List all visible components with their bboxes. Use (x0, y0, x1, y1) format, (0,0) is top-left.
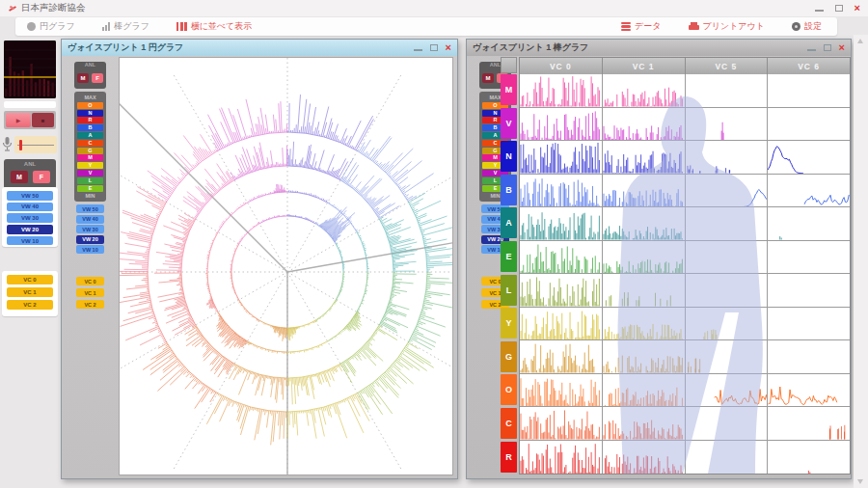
cell-C-vc-5 (686, 407, 769, 441)
cell-Y-vc-5 (686, 308, 769, 341)
vw-button-vw-50[interactable]: VW 50 (76, 204, 104, 213)
vc-button-vc-2[interactable]: VC 2 (76, 300, 104, 309)
chart-row-E (520, 241, 850, 275)
cell-V-vc-5 (686, 108, 769, 142)
vw-button-vw-50[interactable]: VW 50 (7, 191, 53, 201)
bar-chart-grid: VC 0VC 1VC 5VC 6 (519, 57, 851, 474)
vc-button-vc-2[interactable]: VC 2 (7, 300, 53, 310)
gender-panel: ANLMF (4, 159, 56, 189)
scale-min-label: MIN (74, 192, 106, 200)
scale-entry-N: N (77, 110, 103, 117)
vw-button-vw-30[interactable]: VW 30 (76, 225, 104, 233)
settings-button[interactable]: 設定 (792, 20, 822, 33)
row-label-L: L (501, 275, 517, 306)
play-button[interactable]: ▶ (6, 113, 31, 127)
vc-stack: VC 0VC 1VC 2 (74, 277, 106, 309)
scroll-down-icon[interactable] (857, 479, 863, 484)
cell-O-vc-1 (603, 374, 686, 408)
data-button[interactable]: データ (621, 20, 661, 33)
recording-monitor (4, 41, 56, 98)
vw-button-vw-30[interactable]: VW 30 (7, 213, 53, 223)
cell-O-vc-5 (686, 374, 769, 408)
cell-A-vc-0 (520, 207, 603, 241)
cell-Y-vc-0 (520, 308, 603, 341)
vc-stack: VC 0VC 1VC 2 (2, 271, 58, 310)
scale-entry-L: L (77, 177, 103, 184)
vw-button-vw-10[interactable]: VW 10 (76, 245, 104, 254)
row-label-B: B (501, 175, 517, 205)
database-icon (621, 22, 631, 31)
vc-button-vc-1[interactable]: VC 1 (7, 287, 53, 297)
pie-graph-label: 円グラフ (40, 20, 75, 33)
vw-button-vw-10[interactable]: VW 10 (7, 236, 53, 246)
scale-max-label: MAX (74, 94, 106, 101)
scale-entry-E: E (77, 185, 103, 192)
vw-card: VW 50VW 40VW 30VW 20VW 10 (2, 187, 58, 247)
row-label-C: C (501, 408, 517, 439)
scale-panel: MAXONRBACGMYVLEMIN (74, 92, 106, 202)
toolbar: 円グラフ 棒グラフ 横に並べて表示 データ プリントアウト 設定 (15, 17, 837, 36)
chart-row-V (520, 108, 850, 142)
printout-button[interactable]: プリントアウト (689, 20, 765, 33)
maximize-icon[interactable] (835, 5, 843, 12)
chart-row-N (520, 141, 850, 175)
bar-graph-button[interactable]: 棒グラフ (102, 20, 149, 33)
cell-Y-vc-6 (768, 308, 850, 341)
chart-row-O (520, 374, 850, 408)
scrollbar[interactable] (854, 35, 868, 488)
male-button[interactable]: M (77, 73, 89, 83)
minimize-icon[interactable] (807, 49, 816, 51)
cell-M-vc-1 (603, 74, 686, 108)
close-icon[interactable]: × (854, 3, 860, 14)
cell-B-vc-5 (686, 175, 769, 208)
header-stub (501, 57, 517, 73)
cell-E-vc-6 (768, 241, 850, 275)
tile-windows-button[interactable]: 横に並べて表示 (176, 20, 252, 33)
close-icon[interactable]: × (839, 42, 845, 53)
scale-entry-Y: Y (77, 162, 103, 169)
mic-level-slider[interactable] (14, 136, 57, 153)
cell-C-vc-1 (603, 407, 686, 441)
vc-button-vc-1[interactable]: VC 1 (76, 288, 104, 297)
vc-button-vc-0[interactable]: VC 0 (76, 277, 104, 285)
cell-G-vc-5 (686, 340, 769, 374)
vc-button-vc-0[interactable]: VC 0 (7, 275, 53, 285)
vw-button-vw-40[interactable]: VW 40 (7, 203, 53, 212)
app-icon (8, 4, 16, 13)
vc-card: VC 0VC 1VC 2 (2, 271, 58, 316)
vw-stack: VW 50VW 40VW 30VW 20VW 10 (74, 204, 106, 254)
circle-window-titlebar[interactable]: ヴォイスプリント 1 円グラフ × (62, 40, 457, 56)
cell-M-vc-0 (520, 74, 603, 108)
cell-L-vc-1 (603, 274, 686, 308)
pie-graph-button[interactable]: 円グラフ (27, 20, 75, 33)
column-header-vc-0: VC 0 (520, 58, 603, 74)
chart-row-G (520, 340, 850, 374)
vw-button-vw-40[interactable]: VW 40 (76, 215, 104, 224)
row-label-M: M (501, 74, 517, 105)
bar-window-titlebar[interactable]: ヴォイスプリント 1 棒グラフ × (467, 40, 851, 56)
slider-handle[interactable] (19, 140, 22, 150)
close-icon[interactable]: × (446, 42, 451, 53)
male-button[interactable]: M (482, 73, 494, 83)
row-label-N: N (501, 141, 517, 172)
male-button[interactable]: M (11, 171, 28, 183)
maximize-icon[interactable] (430, 44, 438, 51)
minimize-icon[interactable] (414, 49, 422, 51)
pie-chart-icon (27, 22, 36, 31)
app-titlebar: 日本声診断協会 × (0, 0, 868, 16)
cell-N-vc-0 (520, 141, 603, 175)
female-button[interactable]: F (92, 73, 103, 83)
vw-button-vw-20[interactable]: VW 20 (7, 225, 53, 234)
female-button[interactable]: F (33, 171, 50, 183)
scroll-up-icon[interactable] (857, 39, 863, 43)
gender-panel-label: ANL (4, 161, 56, 167)
chart-row-M (520, 74, 850, 108)
cell-A-vc-5 (686, 207, 769, 241)
maximize-icon[interactable] (824, 44, 831, 51)
bar-graph-label: 棒グラフ (114, 20, 149, 33)
row-label-V: V (501, 108, 517, 139)
stop-button[interactable]: ■ (32, 113, 54, 127)
vw-button-vw-20[interactable]: VW 20 (76, 235, 104, 244)
cell-R-vc-1 (603, 441, 686, 474)
minimize-icon[interactable] (815, 10, 824, 12)
